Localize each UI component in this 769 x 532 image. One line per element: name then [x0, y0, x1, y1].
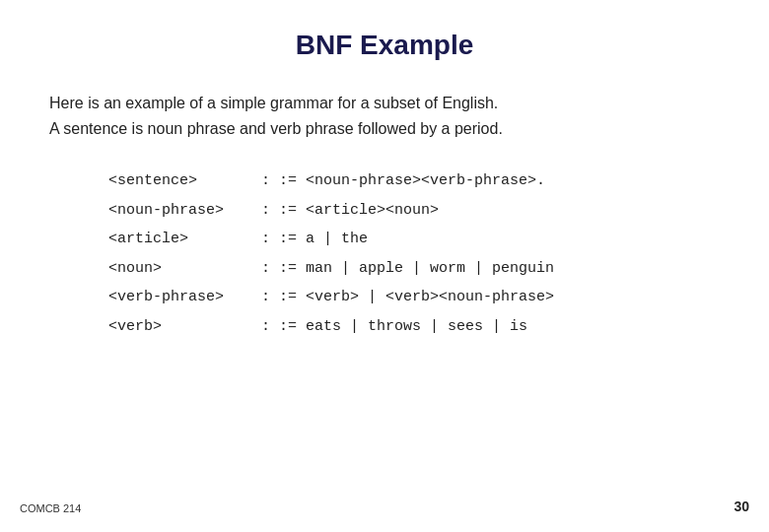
grammar-row: <noun>: :=man | apple | worm | penguin [108, 256, 720, 282]
grammar-lhs: <sentence> [108, 168, 261, 194]
grammar-lhs: <noun-phrase> [108, 198, 261, 224]
grammar-op: : := [261, 198, 306, 224]
grammar-op: : := [261, 314, 306, 340]
page-title: BNF Example [49, 30, 720, 61]
grammar-table: <sentence>: :=<noun-phrase><verb-phrase>… [108, 168, 720, 343]
page: BNF Example Here is an example of a simp… [0, 0, 769, 532]
grammar-rhs: a | the [306, 227, 368, 252]
grammar-lhs: <article> [108, 227, 261, 252]
grammar-row: <sentence>: :=<noun-phrase><verb-phrase>… [108, 168, 720, 194]
grammar-row: <verb-phrase>: :=<verb> | <verb><noun-ph… [108, 285, 720, 310]
grammar-op: : := [261, 256, 306, 282]
grammar-rhs: <article><noun> [306, 198, 439, 224]
intro-block: Here is an example of a simple grammar f… [49, 91, 720, 141]
grammar-row: <noun-phrase>: :=<article><noun> [108, 198, 720, 224]
grammar-op: : := [261, 285, 306, 310]
intro-line2: A sentence is noun phrase and verb phras… [49, 116, 720, 142]
grammar-lhs: <verb-phrase> [108, 285, 261, 310]
grammar-lhs: <noun> [108, 256, 261, 282]
grammar-rhs: man | apple | worm | penguin [306, 256, 554, 282]
page-number: 30 [734, 499, 749, 514]
grammar-lhs: <verb> [108, 314, 261, 340]
grammar-op: : := [261, 227, 306, 252]
grammar-op: : := [261, 168, 306, 194]
grammar-row: <article>: :=a | the [108, 227, 720, 252]
grammar-rhs: <noun-phrase><verb-phrase>. [306, 168, 545, 194]
grammar-row: <verb>: :=eats | throws | sees | is [108, 314, 720, 340]
intro-line1: Here is an example of a simple grammar f… [49, 91, 720, 116]
course-label: COMCB 214 [20, 502, 81, 514]
grammar-rhs: <verb> | <verb><noun-phrase> [306, 285, 554, 310]
grammar-rhs: eats | throws | sees | is [306, 314, 527, 340]
